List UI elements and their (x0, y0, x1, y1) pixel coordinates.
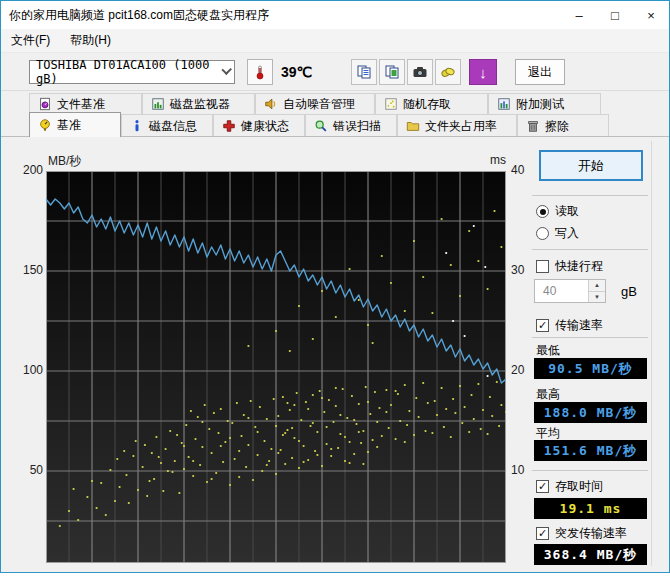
window-title: 你的家用电脑频道 pcit168.com固态硬盘实用程序 (1, 7, 269, 24)
burst-rate-checkbox[interactable]: ✓ 突发传输速率 (536, 525, 627, 542)
donate-button[interactable] (435, 59, 461, 85)
panel-divider (651, 141, 652, 566)
app-window: 你的家用电脑频道 pcit168.com固态硬盘实用程序 – □ × 文件(F)… (0, 0, 670, 573)
avg-value: 151.6 MB/秒 (534, 440, 647, 461)
copy-image-button[interactable] (379, 59, 405, 85)
min-label: 最低 (536, 342, 560, 359)
left-axis-tick: 150 (3, 263, 43, 277)
close-button[interactable]: × (633, 1, 669, 29)
thermometer-icon (252, 64, 268, 80)
right-axis-tick: 40 (511, 163, 551, 177)
menu-bar: 文件(F) 帮助(H) (1, 29, 669, 53)
camera-icon (412, 64, 428, 80)
checkbox-checked-icon: ✓ (536, 480, 549, 493)
copy-image-icon (384, 64, 400, 80)
access-time-value: 19.1 ms (534, 498, 647, 519)
start-button[interactable]: 开始 (539, 150, 643, 181)
max-label: 最高 (536, 386, 560, 403)
drive-select-combobox[interactable]: TOSHIBA DT01ACA100 (1000 gB) (29, 60, 235, 84)
folder-icon (406, 119, 420, 133)
update-button[interactable]: ↓ (469, 59, 497, 85)
write-radio[interactable]: 写入 (536, 225, 579, 242)
left-axis-tick: 50 (3, 463, 43, 477)
title-bar[interactable]: 你的家用电脑频道 pcit168.com固态硬盘实用程序 – □ × (1, 1, 669, 29)
left-axis-title: MB/秒 (48, 153, 81, 170)
access-time-checkbox[interactable]: ✓ 存取时间 (536, 478, 603, 495)
spin-down-icon[interactable]: ▼ (589, 292, 605, 303)
benchmark-gauge-icon (38, 118, 52, 132)
checkbox-checked-icon: ✓ (536, 527, 549, 540)
temperature-button[interactable] (247, 59, 273, 85)
benchmark-chart (46, 171, 506, 563)
minimize-button[interactable]: – (561, 1, 597, 29)
extra-tests-icon (497, 97, 511, 111)
toolbar: TOSHIBA DT01ACA100 (1000 gB) 39℃ (1, 53, 669, 91)
window-controls: – □ × (561, 1, 669, 29)
tab-aam[interactable]: 自动噪音管理 (255, 93, 375, 114)
read-radio[interactable]: 读取 (536, 203, 579, 220)
burst-rate-value: 368.4 MB/秒 (534, 544, 647, 565)
health-cross-icon (222, 119, 236, 133)
right-axis-title: ms (481, 153, 506, 167)
drive-select-value: TOSHIBA DT01ACA100 (1000 gB) (36, 58, 221, 86)
maximize-button[interactable]: □ (597, 1, 633, 29)
radio-unselected-icon (536, 227, 549, 240)
left-axis-tick: 200 (3, 163, 43, 177)
tab-extra-tests[interactable]: 附加测试 (488, 93, 601, 114)
tab-error-scan[interactable]: 错误扫描 (305, 114, 397, 137)
right-axis-tick: 30 (511, 263, 551, 277)
right-axis-tick: 20 (511, 363, 551, 377)
short-stroke-size-input[interactable]: 40 ▲▼ (534, 279, 606, 303)
copy-text-icon (356, 64, 372, 80)
tab-health[interactable]: 健康状态 (213, 114, 305, 137)
magnifier-icon (314, 119, 328, 133)
tab-folder-usage[interactable]: 文件夹占用率 (397, 114, 517, 137)
separator (532, 249, 648, 250)
tab-random-access[interactable]: 随机存取 (375, 93, 488, 114)
random-access-icon (384, 97, 398, 111)
radio-selected-icon (536, 205, 549, 218)
trash-icon (526, 119, 540, 133)
short-stroke-unit: gB (621, 284, 637, 299)
temperature-value: 39℃ (281, 64, 312, 80)
chart-canvas (46, 171, 506, 563)
tab-benchmark[interactable]: 基准 (29, 112, 121, 137)
tab-row-secondary: 文件基准 磁盘监视器 自动噪音管理 随机存取 (29, 93, 601, 114)
left-axis-tick: 100 (3, 363, 43, 377)
tab-row-primary: 基准 磁盘信息 健康状态 错误扫描 文件夹占用率 (29, 114, 609, 137)
right-axis-tick: 10 (511, 463, 551, 477)
separator (532, 337, 648, 338)
screenshot-button[interactable] (407, 59, 433, 85)
menu-help[interactable]: 帮助(H) (60, 29, 121, 52)
tab-file-benchmark[interactable]: 文件基准 (29, 93, 142, 114)
transfer-rate-checkbox[interactable]: ✓ 传输速率 (536, 317, 603, 334)
menu-file[interactable]: 文件(F) (1, 29, 60, 52)
spin-up-icon[interactable]: ▲ (589, 280, 605, 292)
chevron-down-icon (221, 64, 232, 75)
tab-disk-monitor[interactable]: 磁盘监视器 (142, 93, 255, 114)
copy-text-button[interactable] (351, 59, 377, 85)
max-value: 188.0 MB/秒 (534, 402, 647, 423)
hands-icon (440, 64, 456, 80)
down-arrow-icon: ↓ (479, 64, 487, 81)
speaker-icon (264, 97, 278, 111)
tab-erase[interactable]: 擦除 (517, 114, 609, 137)
info-icon (130, 119, 144, 133)
checkbox-checked-icon: ✓ (536, 319, 549, 332)
file-benchmark-icon (38, 97, 52, 111)
tab-disk-info[interactable]: 磁盘信息 (121, 114, 213, 137)
disk-monitor-icon (151, 97, 165, 111)
exit-button[interactable]: 退出 (515, 59, 565, 85)
spinner-buttons[interactable]: ▲▼ (588, 280, 605, 302)
separator (532, 195, 648, 196)
